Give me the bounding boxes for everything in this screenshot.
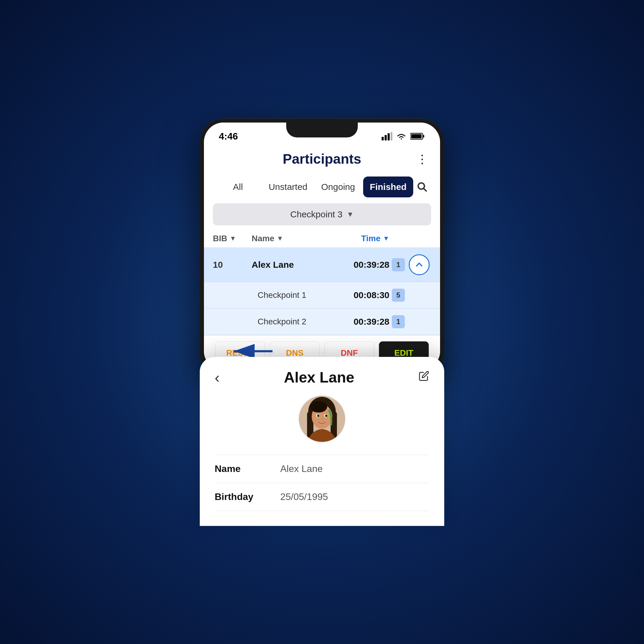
profile-header: ‹ Alex Lane [215,369,429,386]
svg-rect-2 [388,133,390,140]
col-bib-header[interactable]: BIB ▼ [213,234,252,243]
status-icons [382,132,425,140]
svg-rect-1 [385,135,387,140]
rank-badge-sub: 5 [392,289,405,302]
table-row[interactable]: Checkpoint 1 00:08:30 5 [204,282,440,309]
cell-rank: 1 [389,258,407,271]
cell-checkpoint-time2: 00:39:28 [324,317,389,327]
tab-finished[interactable]: Finished [363,177,413,197]
time-sort-icon: ▼ [383,235,389,242]
status-time: 4:46 [219,131,238,142]
bib-header-label: BIB [213,234,227,243]
phone-container: 4:46 [194,118,450,526]
table-header: BIB ▼ Name ▼ Time ▼ [204,228,440,248]
pencil-icon [419,371,429,381]
checkpoint-selector[interactable]: Checkpoint 3 ▼ [213,203,431,225]
table-row[interactable]: 10 Alex Lane 00:39:28 1 [204,248,440,282]
svg-point-16 [310,401,327,413]
phone-screen: 4:46 [204,123,440,371]
signal-icon [382,132,392,140]
search-button[interactable] [413,178,431,196]
col-time-header[interactable]: Time ▼ [324,234,389,243]
bib-sort-icon: ▼ [230,235,236,242]
name-label: Name [215,463,280,474]
svg-rect-5 [423,135,424,137]
status-bar: 4:46 [204,123,440,145]
name-sort-icon: ▼ [277,235,283,242]
name-header-label: Name [252,234,274,243]
phone-frame: 4:46 [200,118,444,375]
filter-tabs: All Unstarted Ongoing Finished [204,172,440,203]
cell-checkpoint-name: Checkpoint 1 [258,290,324,300]
avatar [298,395,346,443]
time-header-label: Time [361,234,380,243]
profile-card: ‹ Alex Lane [200,357,444,526]
wifi-icon [396,132,407,140]
cell-name: Alex Lane [252,260,324,270]
detail-row-birthday: Birthday 25/05/1995 [215,483,429,511]
chevron-up-icon [415,260,424,269]
app-content: Participants ⋮ All Unstarted Ongoing Fin… [204,145,440,371]
rank-badge: 1 [392,258,405,271]
back-button[interactable]: ‹ [215,369,220,386]
cell-checkpoint-name2: Checkpoint 2 [258,317,324,326]
tab-unstarted[interactable]: Unstarted [263,177,313,197]
expand-button[interactable] [409,254,430,275]
svg-point-19 [317,414,320,417]
avatar-container [215,395,429,443]
cell-checkpoint-rank: 5 [389,289,407,302]
notch [286,123,358,137]
battery-icon [410,132,425,140]
cell-action [407,254,431,275]
more-menu-button[interactable]: ⋮ [416,152,428,166]
cell-bib: 10 [213,260,252,270]
svg-line-8 [424,188,427,191]
svg-rect-0 [382,137,384,140]
cell-time: 00:39:28 [324,260,389,270]
svg-point-7 [418,183,425,189]
profile-details: Name Alex Lane Birthday 25/05/1995 [215,455,429,511]
cell-checkpoint-time: 00:08:30 [324,290,389,300]
svg-rect-6 [411,134,422,138]
nav-bar: Participants ⋮ [204,145,440,172]
detail-row-name: Name Alex Lane [215,455,429,483]
checkpoint-label: Checkpoint 3 [290,209,343,219]
profile-name: Alex Lane [284,369,354,386]
page-title: Participants [283,151,361,167]
birthday-label: Birthday [215,491,280,502]
edit-profile-button[interactable] [419,371,429,384]
table-row[interactable]: Checkpoint 2 00:39:28 1 [204,309,440,335]
col-name-header[interactable]: Name ▼ [252,234,324,243]
tab-all[interactable]: All [213,177,263,197]
tab-ongoing[interactable]: Ongoing [313,177,363,197]
birthday-value: 25/05/1995 [280,491,429,502]
avatar-image [299,395,345,443]
dropdown-arrow-icon: ▼ [347,210,354,219]
svg-point-20 [325,414,328,417]
cell-checkpoint-rank2: 1 [389,315,407,328]
rank-badge-sub2: 1 [392,315,405,328]
search-icon [417,182,428,192]
name-value: Alex Lane [280,463,429,474]
svg-rect-3 [391,132,392,140]
